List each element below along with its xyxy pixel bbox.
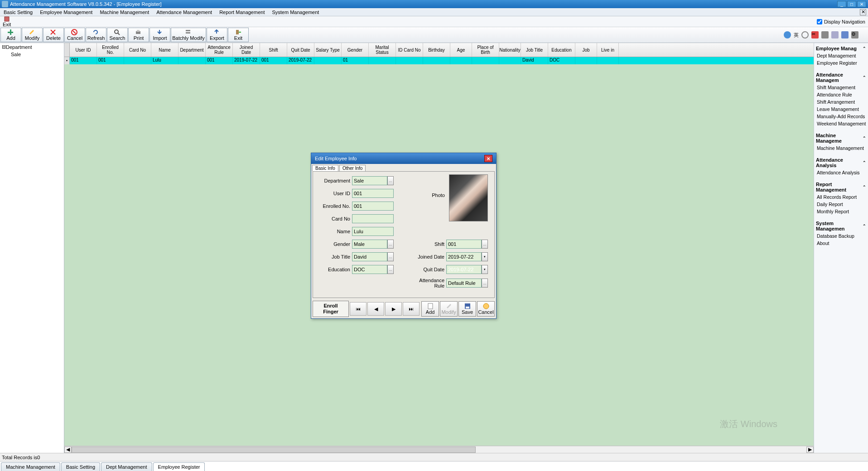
enrolled-field[interactable] (352, 202, 394, 211)
cell[interactable]: 2019-07-22 (287, 57, 314, 64)
column-header[interactable]: Place of Birth (472, 43, 499, 57)
cell[interactable] (575, 57, 597, 64)
cell[interactable] (450, 57, 472, 64)
nav-leave-management[interactable]: Leave Management (816, 106, 866, 113)
column-header[interactable]: Live in (597, 43, 619, 57)
dialog-close-button[interactable]: ✕ (484, 155, 492, 162)
cell[interactable] (314, 57, 342, 64)
column-header[interactable]: Birthday (423, 43, 450, 57)
nav-group-system[interactable]: System Managemen⌃ (816, 220, 866, 232)
employee-photo[interactable] (449, 174, 488, 221)
import-button[interactable]: Import (149, 28, 170, 42)
delete-button[interactable]: Delete (43, 28, 64, 42)
jobtitle-picker[interactable]: … (387, 252, 394, 261)
department-picker[interactable]: … (387, 176, 394, 185)
column-header[interactable]: ID Card No (396, 43, 423, 57)
column-header[interactable]: Shift (260, 43, 287, 57)
maximize-button[interactable]: □ (847, 1, 856, 7)
column-header[interactable]: Department (178, 43, 206, 57)
nav-about[interactable]: About (816, 240, 866, 247)
attrule-field[interactable] (446, 279, 482, 288)
print-button[interactable]: Print (128, 28, 149, 42)
nav-monthly-report[interactable]: Monthly Report (816, 208, 866, 215)
column-header[interactable]: User ID (70, 43, 97, 57)
nav-group-employee[interactable]: Employee Manag⌃ (816, 45, 866, 52)
tree-item-sale[interactable]: Sale (0, 51, 64, 58)
column-header[interactable]: Age (450, 43, 472, 57)
nav-group-attendance[interactable]: Attendance Managem⌃ (816, 71, 866, 84)
keyboard-icon[interactable] (821, 31, 829, 38)
cell[interactable]: 001 (206, 57, 233, 64)
joined-field[interactable] (446, 252, 482, 261)
column-header[interactable]: Nationality (499, 43, 521, 57)
menu-employee-management[interactable]: Employee Management (38, 9, 94, 15)
refresh-button[interactable]: Refresh (86, 28, 106, 42)
gender-field[interactable] (352, 240, 387, 249)
department-field[interactable] (352, 176, 387, 185)
enroll-finger-button[interactable]: Enroll Finger (313, 301, 349, 317)
joined-picker[interactable]: ▾ (482, 252, 488, 261)
search-button[interactable]: Search (107, 28, 128, 42)
attrule-picker[interactable]: … (482, 279, 488, 288)
menu-attendance-management[interactable]: Attendance Management (154, 9, 214, 15)
export-button[interactable]: Export (207, 28, 227, 42)
tree-root-department[interactable]: ⊟ Department (0, 43, 64, 51)
cell[interactable]: David (521, 57, 548, 64)
quit-field[interactable] (446, 265, 482, 274)
nav-group-machine[interactable]: Machine Manageme⌃ (816, 132, 866, 144)
nav-group-analysis[interactable]: Attendance Analysis⌃ (816, 156, 866, 169)
nav-all-records-report[interactable]: All Records Report (816, 193, 866, 201)
lang-indicator[interactable]: 英 (794, 32, 799, 38)
batchly-modify-button[interactable]: Batchly Modify (171, 28, 206, 42)
cell[interactable]: 001 (97, 57, 124, 64)
scissors-icon[interactable]: ✂ (811, 31, 819, 38)
tab-other-info[interactable]: Other Info (339, 165, 366, 171)
quit-picker[interactable]: ▾ (482, 265, 488, 274)
globe-icon[interactable] (784, 31, 791, 38)
display-navigation-checkbox[interactable] (817, 19, 822, 24)
tab-basic-setting[interactable]: Basic Setting (61, 462, 100, 471)
nav-attendance-rule[interactable]: Attendance Rule (816, 91, 866, 98)
cell[interactable]: Lulu (151, 57, 178, 64)
tab-dept-management[interactable]: Dept Management (101, 462, 152, 471)
nav-attendance-analysis[interactable]: Attendance Analysis (816, 169, 866, 176)
column-header[interactable]: Name (151, 43, 178, 57)
column-header[interactable]: Enrolled No. (97, 43, 124, 57)
dialog-cancel-button[interactable]: Cancel (477, 301, 495, 317)
cell[interactable] (396, 57, 423, 64)
tab-machine-management[interactable]: Machine Management (1, 462, 60, 471)
scroll-left-button[interactable]: ◀ (64, 447, 72, 453)
column-header[interactable]: Job (575, 43, 597, 57)
exit-toolbar-button[interactable]: Exit (228, 28, 249, 42)
menu-system-management[interactable]: System Management (270, 9, 321, 15)
name-field[interactable] (352, 227, 394, 236)
gear-icon[interactable]: ⚙ (851, 31, 858, 38)
cardno-field[interactable] (352, 214, 394, 223)
cell[interactable] (423, 57, 450, 64)
cell[interactable] (369, 57, 396, 64)
cell[interactable]: DOC (548, 57, 575, 64)
nav-employee-register[interactable]: Employee Register (816, 59, 866, 67)
column-header[interactable]: Joined Date (233, 43, 260, 57)
menu-basic-setting[interactable]: Basic Setting (2, 9, 34, 15)
column-header[interactable]: Marital Status (369, 43, 396, 57)
gender-picker[interactable]: … (387, 240, 394, 249)
column-header[interactable]: Card No (124, 43, 151, 57)
clock-icon[interactable] (801, 31, 809, 38)
shift-picker[interactable]: … (482, 240, 488, 249)
tab-basic-info[interactable]: Basic Info (312, 165, 338, 171)
column-header[interactable]: Job Title (521, 43, 548, 57)
scroll-right-button[interactable]: ▶ (806, 447, 814, 453)
dialog-save-button[interactable]: Save (458, 301, 476, 317)
nav-shift-management[interactable]: Shift Management (816, 84, 866, 91)
cell[interactable]: 2019-07-22 (233, 57, 260, 64)
tab-employee-register[interactable]: Employee Register (153, 462, 205, 471)
column-header[interactable]: Attendance Rule (206, 43, 233, 57)
userid-field[interactable] (352, 189, 394, 198)
nav-manually-add[interactable]: Manually-Add Records (816, 113, 866, 120)
education-field[interactable] (352, 265, 387, 274)
education-picker[interactable]: … (387, 265, 394, 274)
cell[interactable] (124, 57, 151, 64)
table-row[interactable]: • 001001Lulu0012019-07-220012019-07-2201… (64, 57, 814, 64)
cell[interactable] (178, 57, 206, 64)
